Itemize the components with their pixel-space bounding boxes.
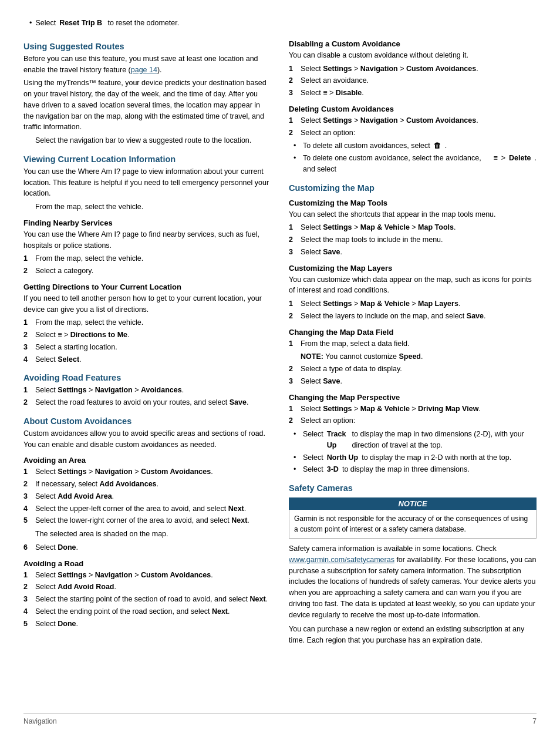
deleting-custom-heading: Deleting Custom Avoidances [289, 105, 537, 113]
viewing-current-indent: From the map, select the vehicle. [35, 201, 271, 213]
step-item: 3Select the starting point of the sectio… [23, 594, 271, 605]
step-item: 2Select the layers to include on the map… [289, 311, 537, 322]
step-item: 2Select the road features to avoid on yo… [23, 397, 271, 408]
map-perspective-heading: Changing the Map Perspective [289, 393, 537, 402]
using-suggested-indent: Select the navigation bar to view a sugg… [35, 135, 271, 146]
customizing-map-section: Customizing the Map Customizing the Map … [289, 183, 537, 476]
map-tools-heading: Customizing the Map Tools [289, 199, 537, 207]
step-item: 5Select the lower-right corner of the ar… [23, 515, 271, 526]
getting-directions-para: If you need to tell another person how t… [23, 293, 271, 315]
avoiding-road-steps: 1Select Settings > Navigation > Avoidanc… [23, 385, 271, 408]
map-layers-heading: Customizing the Map Layers [289, 264, 537, 273]
avoiding-area-section: Avoiding an Area 1Select Settings > Navi… [23, 456, 271, 553]
step-item: 2Select an option: [289, 127, 537, 139]
safety-cameras-para2: You can purchase a new region or extend … [289, 624, 537, 646]
avoiding-area-heading: Avoiding an Area [23, 456, 271, 465]
step-item: 3Select ≡ > Disable. [289, 88, 537, 99]
right-column: Disabling a Custom Avoidance You can dis… [289, 33, 537, 701]
page14-link[interactable]: page 14 [131, 66, 157, 74]
avoiding-road-section: Avoiding a Road 1Select Settings > Navig… [23, 559, 271, 630]
note-speed: NOTE: You cannot customize Speed. [301, 351, 537, 362]
area-shaded-note: The selected area is shaded on the map. [35, 529, 271, 540]
safety-cameras-para1: Safety camera information is available i… [289, 543, 537, 620]
deleting-custom-section: Deleting Custom Avoidances 1Select Setti… [289, 105, 537, 175]
finding-nearby-services-heading: Finding Nearby Services [23, 218, 271, 227]
step-item: 1From the map, select the vehicle. [23, 253, 271, 264]
notice-label: NOTICE [289, 497, 537, 510]
avoiding-road-steps: 1Select Settings > Navigation > Custom A… [23, 570, 271, 630]
step-item: 2Select ≡ > Directions to Me. [23, 330, 271, 341]
step-item: 3Select Save. [289, 376, 537, 387]
customizing-map-heading: Customizing the Map [289, 183, 537, 193]
disabling-custom-section: Disabling a Custom Avoidance You can dis… [289, 39, 537, 99]
step-item: 1From the map, select a data field. [289, 338, 537, 349]
step-item: 1Select Settings > Navigation > Custom A… [23, 570, 271, 581]
map-data-field-heading: Changing the Map Data Field [289, 328, 537, 337]
map-data-field-steps: 1From the map, select a data field. [289, 338, 537, 349]
step-item: 2Select an avoidance. [289, 75, 537, 86]
safety-cameras-heading: Safety Cameras [289, 483, 537, 493]
step-item: 2Select the map tools to include in the … [289, 234, 537, 246]
page-footer: Navigation 7 [23, 713, 537, 725]
bullet-item: To delete one custom avoidance, select t… [294, 153, 537, 175]
step-item: 2Select an option: [289, 415, 537, 426]
disabling-custom-steps: 1Select Settings > Navigation > Custom A… [289, 63, 537, 99]
avoiding-road-heading: Avoiding a Road [23, 559, 271, 568]
finding-nearby-steps: 1From the map, select the vehicle. 2Sele… [23, 253, 271, 277]
getting-directions-steps: 1From the map, select the vehicle. 2Sele… [23, 317, 271, 365]
viewing-current-para1: You can use the Where Am I? page to view… [23, 166, 271, 199]
step-item: 6Select Done. [23, 542, 271, 553]
step-item: 1Select Settings > Navigation > Custom A… [289, 63, 537, 75]
top-bullet: Select Reset Trip B to reset the odomete… [29, 18, 537, 29]
step-item: 1Select Settings > Map & Vehicle > Map T… [289, 222, 537, 233]
safety-cameras-link[interactable]: www.garmin.com/safetycameras [289, 556, 394, 564]
step-item: 3Select Save. [289, 247, 537, 258]
map-tools-para: You can select the shortcuts that appear… [289, 209, 537, 220]
getting-directions-section: Getting Directions to Your Current Locat… [23, 283, 271, 365]
map-layers-steps: 1Select Settings > Map & Vehicle > Map L… [289, 298, 537, 322]
map-tools-section: Customizing the Map Tools You can select… [289, 199, 537, 258]
disabling-custom-para: You can disable a custom avoidance witho… [289, 50, 537, 61]
step-item: 1From the map, select the vehicle. [23, 317, 271, 328]
map-layers-para: You can customize which data appear on t… [289, 274, 537, 297]
map-perspective-steps: 1Select Settings > Map & Vehicle > Drivi… [289, 404, 537, 427]
footer-left: Navigation [23, 717, 57, 725]
map-tools-steps: 1Select Settings > Map & Vehicle > Map T… [289, 222, 537, 257]
finding-nearby-services-section: Finding Nearby Services You can use the … [23, 218, 271, 277]
avoiding-road-features-section: Avoiding Road Features 1Select Settings … [23, 373, 271, 408]
left-column: Using Suggested Routes Before you can us… [23, 33, 271, 701]
step-item: 3Select Add Avoid Area. [23, 491, 271, 502]
step-item: 1Select Settings > Navigation > Custom A… [289, 115, 537, 126]
getting-directions-heading: Getting Directions to Your Current Locat… [23, 283, 271, 291]
map-data-field-steps2: 2Select a type of data to display. 3Sele… [289, 364, 537, 387]
disabling-custom-heading: Disabling a Custom Avoidance [289, 39, 537, 48]
finding-nearby-para: You can use the Where Am I? page to find… [23, 229, 271, 251]
avoiding-area-step6: 6Select Done. [23, 542, 271, 553]
deleting-custom-bullets: To delete all custom avoidances, select … [294, 140, 537, 174]
viewing-current-location-section: Viewing Current Location Information You… [23, 154, 271, 365]
avoiding-road-features-heading: Avoiding Road Features [23, 373, 271, 382]
step-item: 2Select Add Avoid Road. [23, 581, 271, 593]
map-perspective-section: Changing the Map Perspective 1Select Set… [289, 393, 537, 476]
step-item: 5Select Done. [23, 618, 271, 630]
step-item: 2Select a type of data to display. [289, 364, 537, 375]
safety-cameras-section: Safety Cameras NOTICE Garmin is not resp… [289, 483, 537, 646]
step-item: 1Select Settings > Map & Vehicle > Drivi… [289, 404, 537, 415]
map-layers-section: Customizing the Map Layers You can custo… [289, 264, 537, 322]
map-perspective-bullets: Select Track Up to display the map in tw… [294, 429, 537, 475]
step-item: 3Select a starting location. [23, 342, 271, 353]
about-custom-para: Custom avoidances allow you to avoid spe… [23, 428, 271, 450]
step-item: 1Select Settings > Navigation > Avoidanc… [23, 385, 271, 396]
about-custom-avoidances-section: About Custom Avoidances Custom avoidance… [23, 416, 271, 630]
bullet-item: Select 3-D to display the map in three d… [294, 464, 537, 475]
footer-right: 7 [532, 717, 537, 725]
viewing-current-location-heading: Viewing Current Location Information [23, 154, 271, 164]
step-item: 1Select Settings > Map & Vehicle > Map L… [289, 298, 537, 310]
step-item: 4Select the ending point of the road sec… [23, 606, 271, 617]
using-suggested-routes-heading: Using Suggested Routes [23, 42, 271, 51]
about-custom-avoidances-heading: About Custom Avoidances [23, 416, 271, 426]
using-suggested-routes-section: Using Suggested Routes Before you can us… [23, 42, 271, 146]
notice-content: Garmin is not responsible for the accura… [289, 510, 537, 539]
avoiding-area-steps: 1Select Settings > Navigation > Custom A… [23, 466, 271, 526]
deleting-custom-steps: 1Select Settings > Navigation > Custom A… [289, 115, 537, 139]
